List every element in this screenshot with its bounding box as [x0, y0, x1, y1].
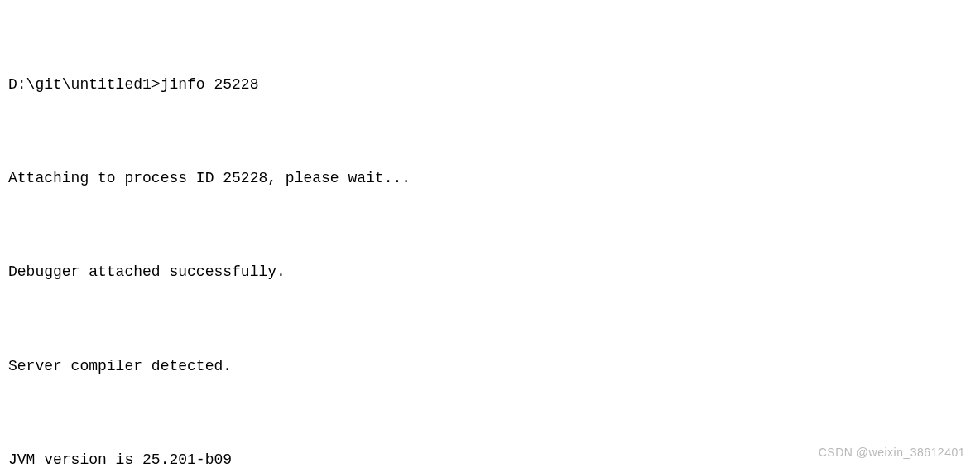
output-line: Server compiler detected.	[8, 351, 972, 383]
terminal-output: D:\git\untitled1>jinfo 25228 Attaching t…	[8, 7, 972, 473]
watermark: CSDN @weixin_38612401	[819, 441, 965, 465]
output-line: Debugger attached successfully.	[8, 257, 972, 288]
output-line: Attaching to process ID 25228, please wa…	[8, 163, 972, 195]
prompt-line: D:\git\untitled1>jinfo 25228	[8, 70, 972, 101]
